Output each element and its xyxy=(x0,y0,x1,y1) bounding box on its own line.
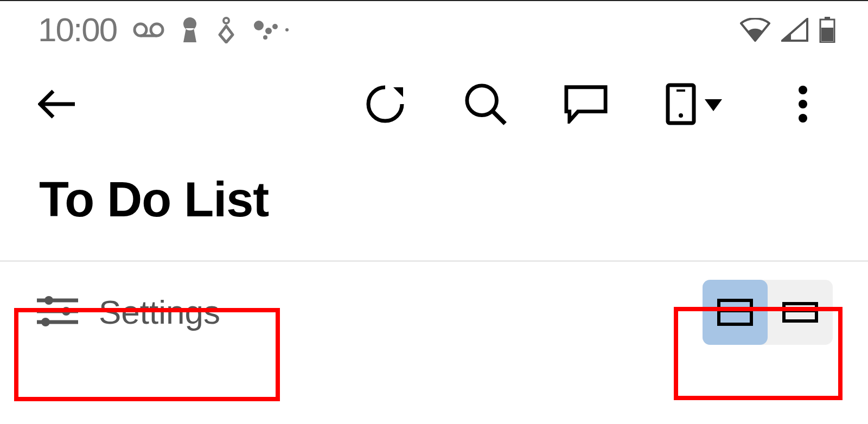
view-toggle xyxy=(703,280,833,345)
arrow-left-icon xyxy=(38,88,76,120)
svg-point-18 xyxy=(799,100,807,108)
svg-point-6 xyxy=(263,35,267,40)
toolbar-actions xyxy=(363,82,830,126)
wifi-icon xyxy=(740,18,770,42)
cellular-icon xyxy=(781,18,808,42)
refresh-button[interactable] xyxy=(363,82,407,126)
status-left: 10:00 xyxy=(38,10,291,49)
search-icon xyxy=(464,82,507,126)
battery-icon xyxy=(819,17,835,43)
device-dropdown-icon xyxy=(665,83,724,125)
more-vert-icon xyxy=(797,85,808,124)
view-expanded-button[interactable] xyxy=(703,280,768,345)
refresh-icon xyxy=(364,83,406,125)
svg-point-1 xyxy=(151,24,163,36)
svg-point-17 xyxy=(799,86,807,94)
settings-button[interactable]: Settings xyxy=(16,266,240,358)
comment-icon xyxy=(564,85,608,124)
status-clock: 10:00 xyxy=(38,10,117,49)
comment-button[interactable] xyxy=(564,82,608,126)
svg-point-15 xyxy=(679,113,683,118)
svg-point-0 xyxy=(135,24,146,36)
svg-point-4 xyxy=(254,21,264,30)
more-button[interactable] xyxy=(781,82,825,126)
svg-point-25 xyxy=(41,318,50,326)
svg-point-23 xyxy=(62,307,71,316)
voicemail-icon xyxy=(133,22,164,38)
svg-point-21 xyxy=(44,296,53,305)
options-row: Settings xyxy=(0,262,868,362)
view-expanded-icon xyxy=(717,299,753,326)
back-button[interactable] xyxy=(38,85,76,123)
svg-point-7 xyxy=(272,24,278,29)
page-title: To Do List xyxy=(0,150,868,260)
app-toolbar xyxy=(0,58,868,150)
svg-line-13 xyxy=(493,112,505,124)
svg-point-5 xyxy=(265,28,272,34)
svg-point-19 xyxy=(799,114,807,123)
device-dropdown-button[interactable] xyxy=(665,82,724,126)
status-bar: 10:00 xyxy=(0,1,868,58)
view-compact-button[interactable] xyxy=(768,280,833,345)
view-compact-icon xyxy=(782,302,818,323)
sliders-icon xyxy=(36,294,79,331)
svg-rect-11 xyxy=(821,28,833,41)
status-right xyxy=(740,17,835,43)
assistant-icon xyxy=(253,19,291,41)
keyhole-icon xyxy=(181,16,199,43)
settings-label: Settings xyxy=(99,293,220,331)
fit-icon xyxy=(215,16,237,43)
search-button[interactable] xyxy=(464,82,507,126)
svg-point-3 xyxy=(224,18,229,23)
svg-point-12 xyxy=(467,86,497,115)
svg-point-8 xyxy=(285,28,289,31)
